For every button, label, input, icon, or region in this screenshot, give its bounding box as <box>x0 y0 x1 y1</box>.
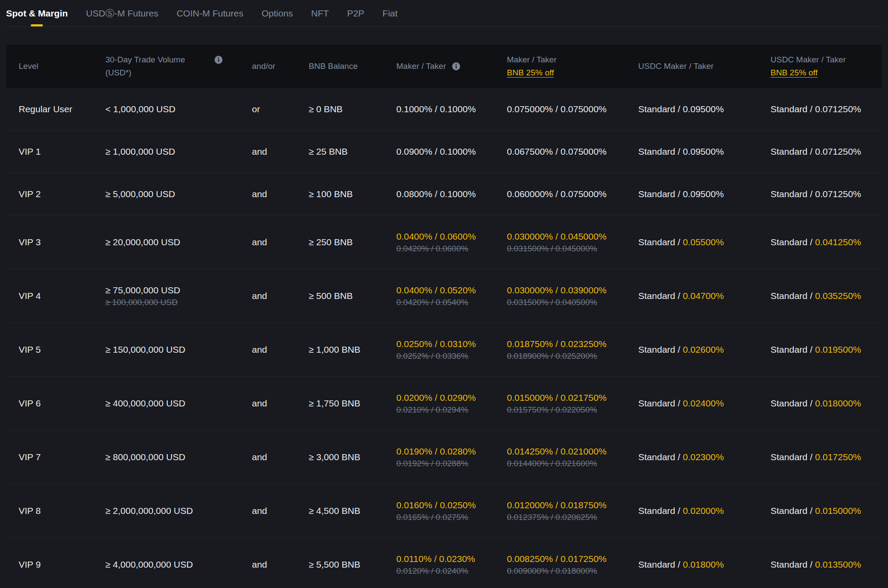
volume-cell: ≥ 150,000,000 USD <box>105 343 252 356</box>
usdc-maker-taker-cell: Standard / 0.02300% <box>638 451 770 464</box>
condition-cell: and <box>252 558 309 571</box>
volume-cell: ≥ 800,000,000 USD <box>105 451 252 464</box>
tab-nft[interactable]: NFT <box>311 0 329 26</box>
usdc-bnb-25-off-link[interactable]: BNB 25% off <box>770 66 817 79</box>
usdc-maker-taker-bnb-cell: Standard / 0.015000% <box>770 504 882 517</box>
condition-cell: or <box>252 103 309 116</box>
fee-table: Level 30-Day Trade Volume (USD*) and/or <box>6 45 882 588</box>
usdc-maker-taker-bnb-cell: Standard / 0.071250% <box>770 145 882 158</box>
maker-taker-cell: 0.0110% / 0.0230% 0.0120% / 0.0240% <box>396 552 507 577</box>
maker-taker-cell: 0.0400% / 0.0600% 0.0420% / 0.0600% <box>396 230 507 254</box>
maker-taker-bnb-old-value: 0.009000% / 0.018000% <box>507 565 638 577</box>
maker-taker-cell: 0.0160% / 0.0250% 0.0165% / 0.0275% <box>396 499 507 523</box>
andor-header-label: and/or <box>252 62 275 71</box>
tab-options[interactable]: Options <box>261 0 293 26</box>
level-cell: VIP 6 <box>19 397 105 410</box>
table-row: VIP 5 ≥ 150,000,000 USD and ≥ 1,000 BNB … <box>6 323 882 377</box>
col-header-usdc-maker-taker-bnb: USDC Maker / Taker BNB 25% off <box>770 53 882 79</box>
bnb-balance-cell: ≥ 1,750 BNB <box>309 397 396 410</box>
volume-cell: ≥ 4,000,000,000 USD <box>105 558 252 571</box>
condition-cell: and <box>252 451 309 464</box>
volume-header-label: 30-Day Trade Volume <box>105 53 185 66</box>
level-cell: VIP 9 <box>19 558 105 571</box>
table-row: VIP 4 ≥ 75,000,000 USD ≥ 100,000,000 USD… <box>6 269 882 323</box>
usdc-maker-taker-bnb-cell: Standard / 0.071250% <box>770 188 882 201</box>
table-row: Regular User < 1,000,000 USD or ≥ 0 BNB … <box>6 88 882 130</box>
condition-cell: and <box>252 504 309 517</box>
usdc-maker-taker-bnb-cell: Standard / 0.019500% <box>770 343 882 356</box>
usdc-maker-taker-bnb-cell: Standard / 0.013500% <box>770 558 882 571</box>
maker-taker-bnb-cell: 0.030000% / 0.045000% 0.031500% / 0.0450… <box>507 230 638 254</box>
bnb-balance-cell: ≥ 5,500 BNB <box>309 558 396 571</box>
table-row: VIP 9 ≥ 4,000,000,000 USD and ≥ 5,500 BN… <box>6 538 882 588</box>
tab-coin-m-futures[interactable]: COIN-M Futures <box>176 0 243 26</box>
fee-category-tabs: Spot & Margin USDⓈ-M Futures COIN-M Futu… <box>6 0 882 27</box>
maker-taker-old-value: 0.0252% / 0.0336% <box>396 351 507 362</box>
table-row: VIP 8 ≥ 2,000,000,000 USD and ≥ 4,500 BN… <box>6 484 882 538</box>
condition-cell: and <box>252 289 309 302</box>
maker-taker-cell: 0.1000% / 0.1000% <box>396 103 507 116</box>
maker-taker-bnb-cell: 0.015000% / 0.021750% 0.015750% / 0.0220… <box>507 391 638 416</box>
table-row: VIP 1 ≥ 1,000,000 USD and ≥ 25 BNB 0.090… <box>6 130 882 173</box>
maker-taker-old-value: 0.0165% / 0.0275% <box>396 512 507 523</box>
level-cell: VIP 7 <box>19 451 105 464</box>
bnb-25-off-link[interactable]: BNB 25% off <box>507 66 554 79</box>
table-row: VIP 6 ≥ 400,000,000 USD and ≥ 1,750 BNB … <box>6 377 882 430</box>
tab-usds-m-futures[interactable]: USDⓈ-M Futures <box>86 0 158 26</box>
level-cell: VIP 2 <box>19 188 105 201</box>
maker-taker-bnb-cell: 0.012000% / 0.018750% 0.012375% / 0.0206… <box>507 499 638 523</box>
col-header-bnb-balance: BNB Balance <box>309 60 396 73</box>
maker-taker-bnb-cell: 0.075000% / 0.075000% <box>507 103 638 116</box>
level-cell: VIP 1 <box>19 145 105 158</box>
volume-old-value: ≥ 100,000,000 USD <box>105 297 252 308</box>
maker-taker-bnb-old-value: 0.018900% / 0.025200% <box>507 351 638 362</box>
volume-info-icon[interactable] <box>214 55 223 65</box>
maker-taker-old-value: 0.0420% / 0.0540% <box>396 297 507 308</box>
tab-spot-margin[interactable]: Spot & Margin <box>6 0 68 26</box>
maker-taker-cell: 0.0250% / 0.0310% 0.0252% / 0.0336% <box>396 338 507 362</box>
bnb-balance-cell: ≥ 250 BNB <box>309 236 396 249</box>
bnb-balance-cell: ≥ 3,000 BNB <box>309 451 396 464</box>
usdc-maker-taker-cell: Standard / 0.01800% <box>638 558 770 571</box>
maker-taker-bnb-cell: 0.018750% / 0.023250% 0.018900% / 0.0252… <box>507 338 638 362</box>
maker-taker-bnb-old-value: 0.031500% / 0.045000% <box>507 243 638 254</box>
level-cell: VIP 3 <box>19 236 105 249</box>
maker-taker-bnb-cell: 0.030000% / 0.039000% 0.031500% / 0.0405… <box>507 284 638 308</box>
maker-taker-bnb-cell: 0.014250% / 0.021000% 0.014400% / 0.0216… <box>507 445 638 469</box>
bnb-balance-cell: ≥ 25 BNB <box>309 145 396 158</box>
maker-taker-header-label: Maker / Taker <box>396 60 446 73</box>
usdc-maker-taker-cell: Standard / 0.02400% <box>638 397 770 410</box>
maker-taker-bnb-old-value: 0.031500% / 0.040500% <box>507 297 638 308</box>
volume-cell: ≥ 20,000,000 USD <box>105 236 252 249</box>
bnb-balance-cell: ≥ 4,500 BNB <box>309 504 396 517</box>
usdc-maker-taker-cell: Standard / 0.02600% <box>638 343 770 356</box>
maker-taker-cell: 0.0400% / 0.0520% 0.0420% / 0.0540% <box>396 284 507 308</box>
bnb-balance-header-label: BNB Balance <box>309 62 358 71</box>
spacer <box>0 27 888 45</box>
maker-taker-old-value: 0.0420% / 0.0600% <box>396 243 507 254</box>
condition-cell: and <box>252 397 309 410</box>
tab-fiat[interactable]: Fiat <box>382 0 398 26</box>
level-header-label: Level <box>19 62 38 71</box>
tab-p2p[interactable]: P2P <box>347 0 364 26</box>
bnb-balance-cell: ≥ 100 BNB <box>309 188 396 201</box>
usdc-maker-taker-cell: Standard / 0.09500% <box>638 103 770 116</box>
maker-taker-bnb-cell: 0.067500% / 0.075000% <box>507 145 638 158</box>
bnb-balance-cell: ≥ 1,000 BNB <box>309 343 396 356</box>
usdc-maker-taker-header-label: USDC Maker / Taker <box>638 62 714 71</box>
level-cell: VIP 8 <box>19 504 105 517</box>
maker-taker-old-value: 0.0210% / 0.0294% <box>396 404 507 416</box>
volume-cell: ≥ 2,000,000,000 USD <box>105 504 252 517</box>
level-cell: Regular User <box>19 103 105 116</box>
volume-cell: ≥ 400,000,000 USD <box>105 397 252 410</box>
usdc-maker-taker-bnb-cell: Standard / 0.017250% <box>770 451 882 464</box>
maker-taker-cell: 0.0190% / 0.0280% 0.0192% / 0.0288% <box>396 445 507 469</box>
col-header-usdc-maker-taker: USDC Maker / Taker <box>638 60 770 73</box>
col-header-maker-taker: Maker / Taker <box>396 60 507 73</box>
usdc-maker-taker-bnb-header-label: USDC Maker / Taker <box>770 53 846 66</box>
col-header-level: Level <box>19 60 105 73</box>
usdc-maker-taker-bnb-cell: Standard / 0.071250% <box>770 103 882 116</box>
table-row: VIP 2 ≥ 5,000,000 USD and ≥ 100 BNB 0.08… <box>6 173 882 215</box>
col-header-andor: and/or <box>252 60 309 73</box>
maker-taker-info-icon[interactable] <box>451 62 461 71</box>
